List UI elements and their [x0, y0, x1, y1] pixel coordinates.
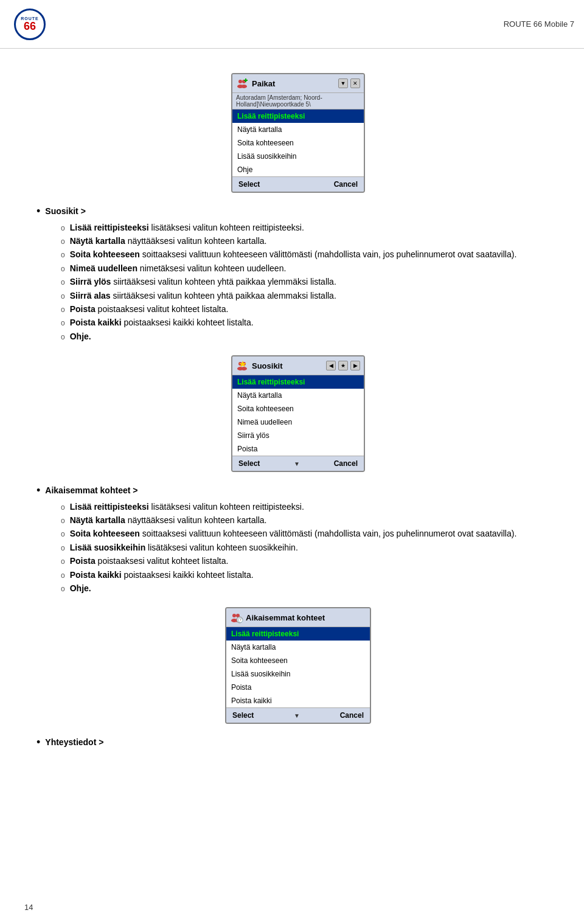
- phone1-menu: Lisää reittipisteeksi Näytä kartalla Soi…: [232, 109, 364, 176]
- bullet-dot-3: •: [36, 736, 40, 749]
- list-item: oSiirrä alas siirtääksesi valitun kohtee…: [61, 289, 560, 302]
- main-content: Paikat ▼ ✕ Autoradam [Amsterdam; Noord-H…: [0, 49, 584, 768]
- sub-bullet-icon: o: [61, 570, 65, 582]
- phone3-item-0[interactable]: Lisää reittipisteeksi: [226, 627, 370, 641]
- phone1-title: Paikat: [252, 79, 336, 88]
- logo: ROUTE 66: [10, 5, 50, 43]
- svg-point-3: [241, 85, 247, 88]
- sub-bullet-icon: o: [61, 277, 65, 288]
- phone1-item-3[interactable]: Lisää suosikkeihin: [232, 150, 364, 163]
- phone3-titlebar: 🕐 Aikaisemmat kohteet: [226, 608, 370, 627]
- aikaisemmat-icon: 🕐: [230, 611, 243, 624]
- phone1-close-btn[interactable]: ✕: [350, 78, 360, 88]
- bullet-dot-2: •: [36, 484, 40, 498]
- section3-main-label: Yhteystiedot >: [45, 736, 103, 749]
- section1-list: oLisää reittipisteeksi lisätäksesi valit…: [61, 221, 560, 344]
- phone2-title: Suosikit: [252, 361, 324, 370]
- list-item: oNäytä kartalla näyttääksesi valitun koh…: [61, 234, 560, 248]
- item-text: Lisää reittipisteeksi lisätäksesi valitu…: [70, 221, 304, 234]
- sub-bullet-icon: o: [61, 556, 65, 568]
- phone1-item-1[interactable]: Näytä kartalla: [232, 123, 364, 136]
- phone3-item-5[interactable]: Poista kaikki: [226, 694, 370, 707]
- phone-screenshot-2: Suosikit ◀ ★ ▶ Lisää reittipisteeksi Näy…: [231, 355, 365, 472]
- phone2-menu: Lisää reittipisteeksi Näytä kartalla Soi…: [232, 375, 364, 456]
- list-item: oLisää reittipisteeksi lisätäksesi valit…: [61, 221, 560, 234]
- phone1-filter-btn[interactable]: ▼: [338, 78, 348, 88]
- phone-screenshot-1: Paikat ▼ ✕ Autoradam [Amsterdam; Noord-H…: [231, 73, 365, 193]
- svg-point-9: [241, 367, 247, 370]
- item-text: Poista poistaaksesi valitut kohteet list…: [70, 554, 229, 568]
- svg-rect-5: [244, 80, 248, 81]
- section3: • Yhteystiedot >: [36, 736, 560, 749]
- phone2-star-btn[interactable]: ★: [338, 361, 348, 370]
- phone1-item-0[interactable]: Lisää reittipisteeksi: [232, 109, 364, 123]
- list-item: oPoista poistaaksesi valitut kohteet lis…: [61, 554, 560, 568]
- svg-marker-10: [239, 361, 246, 367]
- list-item: oPoista kaikki poistaaksesi kaikki kohte…: [61, 568, 560, 582]
- phone2-select-btn[interactable]: Select: [238, 459, 260, 468]
- item-text: Siirrä alas siirtääksesi valitun kohteen…: [70, 289, 336, 302]
- list-item: oNimeä uudelleen nimetäksesi valitun koh…: [61, 262, 560, 275]
- phone3-select-btn[interactable]: Select: [232, 711, 254, 720]
- phone3-menu: Lisää reittipisteeksi Näytä kartalla Soi…: [226, 627, 370, 707]
- phone2-cancel-btn[interactable]: Cancel: [334, 459, 358, 468]
- phone3-item-4[interactable]: Poista: [226, 681, 370, 694]
- phone3-item-2[interactable]: Soita kohteeseen: [226, 654, 370, 667]
- phone1-titlebar: Paikat ▼ ✕: [232, 74, 364, 93]
- item-text: Ohje.: [70, 330, 91, 343]
- svg-text:🕐: 🕐: [238, 617, 243, 623]
- sub-bullet-icon: o: [61, 304, 65, 316]
- page-number: 14: [24, 903, 33, 912]
- header: ROUTE 66 ROUTE 66 Mobile 7: [0, 0, 584, 49]
- phone1-cancel-btn[interactable]: Cancel: [334, 180, 358, 189]
- sub-bullet-icon: o: [61, 502, 65, 513]
- phone3-cancel-btn[interactable]: Cancel: [340, 711, 364, 720]
- sub-bullet-icon: o: [61, 583, 65, 595]
- phone2-next-btn[interactable]: ▶: [350, 361, 360, 370]
- list-item: oOhje.: [61, 582, 560, 595]
- sub-bullet-icon: o: [61, 332, 65, 343]
- item-text: Soita kohteeseen soittaaksesi valittuun …: [70, 248, 517, 261]
- paikat-icon: [236, 77, 249, 90]
- phone3-title: Aikaisemmat kohteet: [246, 613, 366, 622]
- list-item: oSoita kohteeseen soittaaksesi valittuun…: [61, 527, 560, 540]
- phone-screenshot-3: 🕐 Aikaisemmat kohteet Lisää reittipistee…: [225, 607, 371, 724]
- phone1-select-btn[interactable]: Select: [238, 180, 260, 189]
- item-text: Näytä kartalla näyttääksesi valitun koht…: [70, 234, 267, 248]
- list-item: oPoista poistaaksesi valitut kohteet lis…: [61, 302, 560, 316]
- sub-bullet-icon: o: [61, 543, 65, 554]
- sub-bullet-icon: o: [61, 236, 65, 248]
- item-text: Siirrä ylös siirtääksesi valitun kohteen…: [70, 275, 336, 288]
- phone1-footer: Select Cancel: [232, 176, 364, 192]
- phone1-item-2[interactable]: Soita kohteeseen: [232, 136, 364, 150]
- list-item: oLisää suosikkeihin lisätäksesi valitun …: [61, 541, 560, 554]
- phone2-item-3[interactable]: Nimeä uudelleen: [232, 415, 364, 429]
- phone2-item-0[interactable]: Lisää reittipisteeksi: [232, 375, 364, 389]
- phone2-item-5[interactable]: Poista: [232, 442, 364, 456]
- section2: • Aikaisemmat kohteet > oLisää reittipis…: [36, 484, 560, 595]
- item-text: Poista kaikki poistaaksesi kaikki kohtee…: [70, 568, 254, 582]
- phone2-item-4[interactable]: Siirrä ylös: [232, 429, 364, 442]
- phone3-item-1[interactable]: Näytä kartalla: [226, 641, 370, 654]
- phone2-item-1[interactable]: Näytä kartalla: [232, 389, 364, 402]
- phone2-prev-btn[interactable]: ◀: [326, 361, 336, 370]
- list-item: oSoita kohteeseen soittaaksesi valittuun…: [61, 248, 560, 261]
- sub-bullet-icon: o: [61, 263, 65, 275]
- sub-bullet-icon: o: [61, 515, 65, 527]
- phone2-item-2[interactable]: Soita kohteeseen: [232, 402, 364, 415]
- section2-list: oLisää reittipisteeksi lisätäksesi valit…: [61, 500, 560, 596]
- section1: • Suosikit > oLisää reittipisteeksi lisä…: [36, 205, 560, 343]
- phone1-item-4[interactable]: Ohje: [232, 163, 364, 176]
- sub-bullet-icon: o: [61, 291, 65, 302]
- phone3-arrow: ▼: [294, 712, 300, 719]
- sub-bullet-icon: o: [61, 529, 65, 540]
- sub-bullet-icon: o: [61, 249, 65, 261]
- phone3-item-3[interactable]: Lisää suosikkeihin: [226, 667, 370, 681]
- bullet-dot-1: •: [36, 205, 40, 218]
- phone2-arrow: ▼: [294, 460, 300, 467]
- header-title: ROUTE 66 Mobile 7: [504, 19, 574, 29]
- item-text: Poista kaikki poistaaksesi kaikki kohtee…: [70, 316, 254, 329]
- item-text: Poista poistaaksesi valitut kohteet list…: [70, 302, 229, 316]
- section1-main-label: Suosikit >: [45, 205, 86, 218]
- logo-number: 66: [24, 21, 36, 32]
